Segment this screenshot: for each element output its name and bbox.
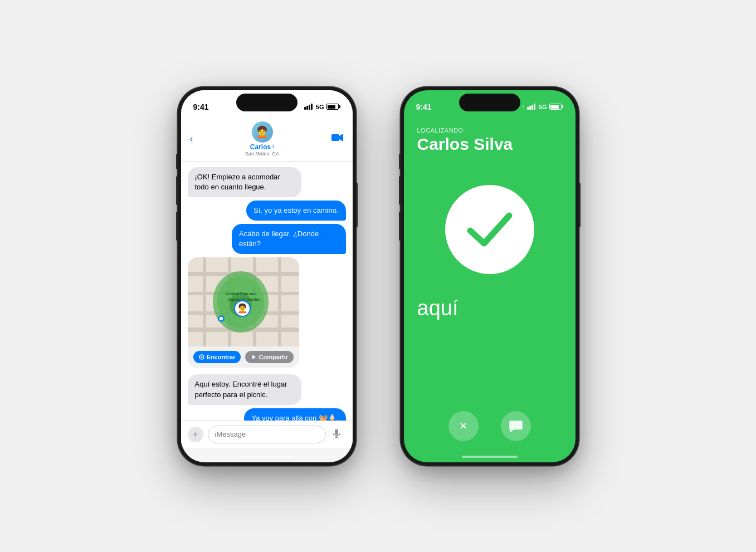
mic-icon xyxy=(333,429,340,439)
map-actions: Encontrar Compartir xyxy=(188,346,299,368)
close-findmy-button[interactable]: ✕ xyxy=(448,411,479,441)
network-type-1: 5G xyxy=(316,104,324,110)
map-bubble[interactable]: Central Park and Japanese Garden 🧑‍🦱 xyxy=(188,257,299,368)
svg-point-21 xyxy=(201,356,202,358)
phone-findmy: 9:41 ↑ 5G LOCALIZANDO Carlos Silva xyxy=(401,87,579,466)
location-word: aquí xyxy=(404,274,575,320)
message-2: Sí, yo ya estoy en camino. xyxy=(188,201,346,221)
share-button[interactable]: Compartir xyxy=(245,351,294,363)
battery-1 xyxy=(326,104,340,110)
message-input-wrapper xyxy=(208,426,346,443)
contact-avatar: 🧑‍🦱 xyxy=(252,121,273,143)
home-indicator-1 xyxy=(239,456,295,458)
back-button[interactable]: ‹ xyxy=(190,133,193,145)
home-indicator-2 xyxy=(462,456,518,458)
message-findmy-button[interactable] xyxy=(501,411,531,441)
status-time-1: 9:41 xyxy=(193,102,209,111)
bubble-sent-3: Acabo de llegar. ¿Donde están? xyxy=(232,224,345,254)
phone-imessage: 9:41 5G ‹ 🧑‍🦱 Carl xyxy=(178,87,356,466)
svg-text:🧑‍🦱: 🧑‍🦱 xyxy=(237,303,248,314)
contact-header[interactable]: 🧑‍🦱 Carlos › San Mateo, CA xyxy=(245,121,279,157)
svg-marker-1 xyxy=(339,134,343,141)
status-time-2: 9:41 xyxy=(416,102,432,111)
message-1: ¡OK! Empiezo a acomodar todo en cuanto l… xyxy=(188,167,346,197)
status-bar-messages: 9:41 5G xyxy=(181,90,353,118)
map-view: Central Park and Japanese Garden 🧑‍🦱 xyxy=(188,257,299,346)
localizando-label: LOCALIZANDO xyxy=(417,127,562,134)
svg-rect-0 xyxy=(331,134,339,141)
bubble-received-1: ¡OK! Empiezo a acomodar todo en cuanto l… xyxy=(188,167,301,197)
findmy-header: LOCALIZANDO Carlos Silva xyxy=(404,118,575,163)
imessage-screen: 9:41 5G ‹ 🧑‍🦱 Carl xyxy=(181,90,353,462)
contact-chevron: › xyxy=(272,143,274,150)
status-bar-findmy: 9:41 ↑ 5G xyxy=(404,90,575,118)
findmy-screen: 9:41 ↑ 5G LOCALIZANDO Carlos Silva xyxy=(404,90,575,462)
contact-name: Carlos xyxy=(250,143,271,151)
status-icons-1: 5G xyxy=(304,104,340,110)
bubble-sent-2: Sí, yo ya estoy en camino. xyxy=(246,201,345,221)
attach-button[interactable]: + xyxy=(188,427,203,442)
find-button[interactable]: Encontrar xyxy=(193,351,241,363)
messages-list: ¡OK! Empiezo a acomodar todo en cuanto l… xyxy=(181,162,353,444)
message-map: Central Park and Japanese Garden 🧑‍🦱 xyxy=(188,257,346,371)
battery-2 xyxy=(549,104,563,110)
status-icons-2: ↑ 5G xyxy=(521,103,563,111)
contact-subtitle: San Mateo, CA xyxy=(245,151,279,157)
signal-bars-2 xyxy=(527,104,535,110)
svg-point-19 xyxy=(220,317,223,320)
checkmark-circle xyxy=(445,185,534,274)
video-call-button[interactable] xyxy=(331,133,344,145)
svg-marker-22 xyxy=(252,355,256,359)
location-icon: ↑ xyxy=(521,103,525,111)
svg-rect-23 xyxy=(335,429,338,434)
signal-bars xyxy=(304,104,313,110)
person-name: Carlos Silva xyxy=(417,135,562,154)
svg-text:Central Park and: Central Park and xyxy=(226,292,257,296)
close-icon: ✕ xyxy=(459,420,467,432)
bubble-received-5: Aquí estoy. Encontré el lugar perfecto p… xyxy=(188,374,301,404)
message-input[interactable] xyxy=(208,426,326,443)
message-5: Aquí estoy. Encontré el lugar perfecto p… xyxy=(188,374,346,404)
nav-bar-messages: ‹ 🧑‍🦱 Carlos › San Mateo, CA xyxy=(181,118,353,162)
message-3: Acabo de llegar. ¿Donde están? xyxy=(188,224,346,254)
network-type-2: 5G xyxy=(539,104,547,110)
findmy-action-buttons: ✕ xyxy=(404,411,575,441)
input-bar: + xyxy=(181,421,353,448)
